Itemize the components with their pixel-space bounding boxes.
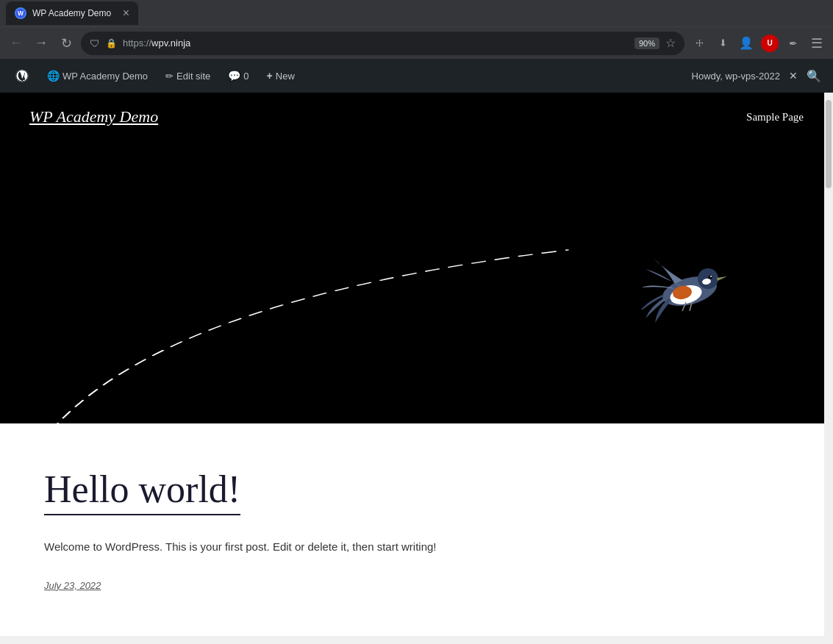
page-content: WP Academy Demo Sample Page bbox=[0, 93, 833, 644]
edit-site-icon: ✏ bbox=[165, 71, 174, 82]
url-display: https://wpv.ninja bbox=[123, 37, 629, 49]
browser-chrome: W WP Academy Demo × ← → ↻ 🛡 🔒 https://wp… bbox=[0, 0, 833, 59]
site-name-label: WP Academy Demo bbox=[62, 71, 148, 82]
pocket-icon[interactable]: 🜊 bbox=[689, 33, 709, 54]
post-excerpt: Welcome to WordPress. This is your first… bbox=[44, 537, 789, 557]
bird-illustration bbox=[642, 251, 737, 327]
wordpress-logo-icon bbox=[15, 68, 29, 83]
forward-button[interactable]: → bbox=[31, 33, 51, 54]
howdy-text: Howdy, wp-vps-2022 bbox=[686, 71, 786, 82]
toolbar-right: 🜊 ⬇ 👤 U ✒ ☰ bbox=[689, 33, 827, 54]
new-content-label: New bbox=[276, 71, 295, 82]
bird-svg bbox=[642, 251, 737, 324]
svg-point-8 bbox=[709, 276, 712, 279]
svg-point-9 bbox=[710, 276, 712, 277]
menu-icon[interactable]: ☰ bbox=[807, 33, 827, 54]
lock-icon: 🔒 bbox=[106, 38, 117, 49]
scrollbar-thumb[interactable] bbox=[826, 100, 832, 188]
edit-site-label: Edit site bbox=[176, 71, 210, 82]
comments-item[interactable]: 💬 0 bbox=[219, 59, 257, 93]
zoom-badge[interactable]: 90% bbox=[634, 37, 659, 49]
tab-title: WP Academy Demo bbox=[32, 8, 114, 18]
address-bar[interactable]: 🛡 🔒 https://wpv.ninja 90% ☆ bbox=[81, 32, 684, 55]
bookmark-icon[interactable]: ☆ bbox=[665, 36, 676, 50]
ublock-icon[interactable]: U bbox=[759, 33, 780, 54]
wp-logo-item[interactable] bbox=[6, 59, 38, 93]
comments-count: 0 bbox=[243, 71, 249, 82]
reload-button[interactable]: ↻ bbox=[56, 33, 76, 54]
browser-tab-bar: W WP Academy Demo × bbox=[0, 0, 833, 26]
downloads-icon[interactable]: ⬇ bbox=[712, 33, 733, 54]
url-scheme: https:// bbox=[123, 37, 151, 49]
new-content-icon: + bbox=[267, 70, 273, 82]
profile-icon[interactable]: 👤 bbox=[736, 33, 757, 54]
new-content-item[interactable]: + New bbox=[258, 59, 304, 93]
site-navigation: Sample Page bbox=[746, 110, 804, 124]
profile-avatar[interactable]: ✕ bbox=[786, 70, 801, 82]
back-button[interactable]: ← bbox=[6, 33, 26, 54]
comments-icon: 💬 bbox=[228, 70, 240, 82]
site-name-item[interactable]: 🌐 WP Academy Demo bbox=[38, 59, 157, 93]
browser-tab[interactable]: W WP Academy Demo × bbox=[6, 1, 138, 25]
url-host: wpv.ninja bbox=[151, 37, 190, 49]
shield-icon: 🛡 bbox=[90, 37, 100, 49]
site-title[interactable]: WP Academy Demo bbox=[29, 107, 158, 126]
post-title: Hello world! bbox=[44, 468, 240, 515]
site-icon: 🌐 bbox=[47, 70, 60, 82]
ublock-badge: U bbox=[761, 35, 779, 52]
svg-point-6 bbox=[698, 268, 718, 289]
svg-text:W: W bbox=[18, 10, 24, 17]
tab-favicon: W bbox=[15, 7, 26, 19]
admin-bar-right: Howdy, wp-vps-2022 ✕ 🔍 bbox=[686, 69, 827, 83]
edit-site-item[interactable]: ✏ Edit site bbox=[157, 59, 219, 93]
browser-toolbar: ← → ↻ 🛡 🔒 https://wpv.ninja 90% ☆ 🜊 ⬇ 👤 … bbox=[0, 26, 833, 59]
main-content-area: Hello world! Welcome to WordPress. This … bbox=[0, 423, 833, 636]
hero-section: WP Academy Demo Sample Page bbox=[0, 93, 833, 423]
site-header: WP Academy Demo Sample Page bbox=[0, 93, 833, 141]
sample-page-link[interactable]: Sample Page bbox=[746, 111, 804, 123]
wp-admin-bar: 🌐 WP Academy Demo ✏ Edit site 💬 0 + New … bbox=[0, 59, 833, 93]
post-date[interactable]: July 23, 2022 bbox=[44, 580, 101, 591]
browser-scrollbar[interactable] bbox=[824, 93, 833, 644]
tab-close-icon[interactable]: × bbox=[123, 7, 129, 20]
eyedropper-icon[interactable]: ✒ bbox=[783, 33, 804, 54]
admin-search-icon[interactable]: 🔍 bbox=[801, 69, 827, 83]
